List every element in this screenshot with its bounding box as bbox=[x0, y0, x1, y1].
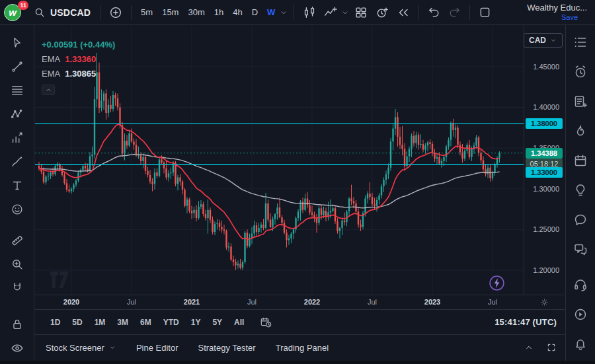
candle-body bbox=[50, 172, 51, 176]
text-tool-icon[interactable] bbox=[8, 176, 26, 195]
notifications-icon[interactable] bbox=[571, 334, 590, 353]
conversations-icon[interactable] bbox=[571, 240, 590, 259]
candle-body bbox=[424, 145, 426, 149]
timeframe-15m[interactable]: 15m bbox=[158, 5, 182, 20]
level-price-label[interactable]: 1.33000 bbox=[526, 167, 563, 178]
indicator-label: EMA bbox=[42, 69, 60, 79]
candle-body bbox=[376, 200, 377, 206]
bar-replay-button[interactable] bbox=[393, 3, 413, 22]
indicators-button[interactable] bbox=[321, 3, 340, 22]
brush-icon[interactable] bbox=[8, 153, 26, 171]
watchlist-icon[interactable] bbox=[571, 33, 590, 52]
chat-icon[interactable] bbox=[571, 210, 590, 229]
cursor-icon[interactable] bbox=[8, 34, 26, 52]
candle-body bbox=[186, 200, 188, 206]
calendar-icon[interactable] bbox=[571, 151, 590, 170]
candle-body bbox=[142, 157, 143, 161]
support-icon[interactable] bbox=[571, 275, 590, 295]
price-tick: 1.40000 bbox=[533, 103, 559, 111]
news-icon[interactable] bbox=[571, 92, 590, 111]
add-symbol-button[interactable] bbox=[106, 3, 126, 22]
account-logo[interactable]: w 11 bbox=[4, 3, 24, 22]
indicator-row[interactable]: EMA 1.33360 bbox=[42, 52, 115, 66]
ideas-icon[interactable] bbox=[571, 181, 590, 200]
trend-line-icon[interactable] bbox=[8, 57, 26, 76]
ruler-icon[interactable] bbox=[8, 231, 26, 250]
candle-body bbox=[85, 166, 86, 168]
candle-body bbox=[188, 200, 190, 211]
lock-all-icon[interactable] bbox=[8, 315, 26, 334]
candle-body bbox=[420, 144, 421, 145]
alerts-icon[interactable] bbox=[571, 63, 590, 82]
undo-icon[interactable] bbox=[424, 3, 444, 22]
forecast-icon[interactable] bbox=[8, 129, 26, 147]
tutorials-icon[interactable] bbox=[571, 305, 590, 324]
range-5d[interactable]: 5D bbox=[67, 316, 87, 329]
time-label: Jul bbox=[368, 298, 377, 306]
range-1m[interactable]: 1M bbox=[90, 316, 110, 329]
tab-pine-editor[interactable]: Pine Editor bbox=[136, 343, 178, 353]
ema-slow-line bbox=[39, 155, 500, 208]
timeframe-4h[interactable]: 4h bbox=[229, 5, 246, 20]
timeframe-menu-chevron-down-icon[interactable] bbox=[279, 8, 288, 17]
magnet-icon[interactable] bbox=[8, 279, 26, 297]
panel-expand-icon[interactable] bbox=[546, 342, 557, 353]
layout-name[interactable]: Wealthy Educ... bbox=[527, 3, 587, 13]
range-5y[interactable]: 5Y bbox=[208, 316, 227, 329]
hotlists-icon[interactable] bbox=[571, 122, 590, 141]
candle-body bbox=[196, 210, 197, 218]
range-all[interactable]: All bbox=[229, 316, 249, 329]
redo-icon[interactable] bbox=[445, 3, 464, 22]
tab-stock-screener[interactable]: Stock Screener bbox=[46, 343, 116, 353]
lightning-icon[interactable] bbox=[489, 275, 505, 294]
candle-body bbox=[341, 221, 342, 228]
time-label: 2022 bbox=[304, 298, 320, 306]
range-ytd[interactable]: YTD bbox=[159, 316, 184, 329]
tab-strategy-tester[interactable]: Strategy Tester bbox=[198, 343, 255, 353]
candle-body bbox=[492, 172, 493, 178]
timeframe-1d[interactable]: D bbox=[248, 5, 262, 20]
select-layout-button[interactable] bbox=[475, 3, 495, 22]
collapse-legend-button[interactable] bbox=[42, 85, 55, 95]
price-tick: 1.25000 bbox=[533, 225, 559, 233]
candle-body bbox=[446, 147, 447, 157]
create-alert-button[interactable] bbox=[372, 3, 392, 22]
candle-body bbox=[309, 205, 310, 212]
candle-body bbox=[151, 182, 153, 184]
indicator-row[interactable]: EMA 1.30865 bbox=[42, 66, 115, 81]
xabcd-pattern-icon[interactable] bbox=[8, 105, 26, 124]
candle-body bbox=[124, 141, 125, 154]
currency-dropdown[interactable]: CAD bbox=[524, 33, 563, 48]
fib-retracement-icon[interactable] bbox=[8, 81, 26, 100]
level-price-label[interactable]: 1.38000 bbox=[526, 118, 563, 129]
candle-body bbox=[383, 180, 384, 186]
timeframe-1h[interactable]: 1h bbox=[210, 5, 227, 20]
range-6m[interactable]: 6M bbox=[136, 316, 156, 329]
candle-body bbox=[105, 94, 106, 114]
save-layout-link[interactable]: Save bbox=[561, 13, 578, 21]
chart-legend: +0.00591 (+0.44%) EMA 1.33360 EMA 1.3086… bbox=[42, 37, 115, 95]
scale-settings-gear-icon[interactable] bbox=[524, 295, 565, 309]
layout-grid-button[interactable] bbox=[351, 3, 371, 22]
timeframe-5m[interactable]: 5m bbox=[137, 5, 157, 20]
range-1d[interactable]: 1D bbox=[46, 316, 65, 329]
symbol-search-button[interactable]: USDCAD bbox=[29, 3, 95, 22]
hide-all-icon[interactable] bbox=[8, 339, 26, 357]
go-to-date-icon[interactable] bbox=[259, 316, 272, 329]
timeframe-1w-active[interactable]: W bbox=[263, 5, 279, 20]
timeframe-30m[interactable]: 30m bbox=[184, 5, 208, 20]
time-scale[interactable]: 2020Jul2021Jul2022Jul2023Jul bbox=[35, 295, 565, 309]
panel-chevron-up-icon[interactable] bbox=[524, 342, 534, 353]
candle-body bbox=[52, 172, 54, 174]
candle-body bbox=[122, 126, 123, 154]
range-3m[interactable]: 3M bbox=[112, 316, 133, 329]
tab-trading-panel[interactable]: Trading Panel bbox=[276, 343, 329, 353]
range-1y[interactable]: 1Y bbox=[186, 316, 206, 329]
indicators-chevron-down-icon[interactable] bbox=[340, 8, 350, 17]
server-clock[interactable]: 15:41:47 (UTC) bbox=[495, 317, 557, 327]
candle-body bbox=[235, 262, 236, 266]
price-scale[interactable]: 1.450001.400001.350001.300001.250001.200… bbox=[524, 25, 565, 295]
emoji-icon[interactable] bbox=[8, 200, 26, 219]
chart-type-candles-button[interactable] bbox=[299, 3, 319, 22]
zoom-in-icon[interactable] bbox=[8, 255, 26, 273]
